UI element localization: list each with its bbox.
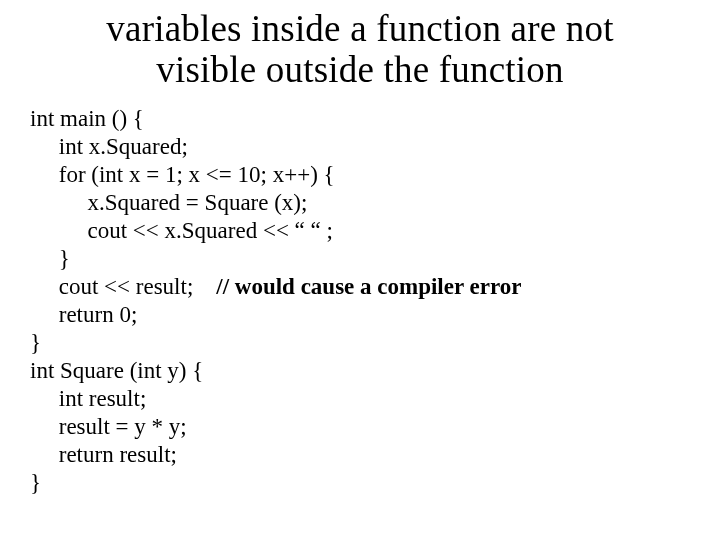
code-line: } — [30, 330, 41, 355]
code-line: cout << x.Squared << “ “ ; — [30, 218, 333, 243]
code-line: int x.Squared; — [30, 134, 188, 159]
code-comment: // would cause a compiler error — [216, 274, 521, 299]
code-line: } — [30, 470, 41, 495]
code-line: int Square (int y) { — [30, 358, 203, 383]
slide-title: variables inside a function are not visi… — [30, 8, 690, 91]
code-line: result = y * y; — [30, 414, 187, 439]
code-line: } — [30, 246, 70, 271]
code-line: return result; — [30, 442, 177, 467]
code-block: int main () { int x.Squared; for (int x … — [30, 105, 690, 498]
title-line-2: visible outside the function — [156, 49, 563, 90]
code-line: cout << result; — [30, 274, 216, 299]
code-line: int main () { — [30, 106, 144, 131]
code-line: return 0; — [30, 302, 137, 327]
code-line: for (int x = 1; x <= 10; x++) { — [30, 162, 335, 187]
title-line-1: variables inside a function are not — [106, 8, 613, 49]
code-line: int result; — [30, 386, 146, 411]
slide: variables inside a function are not visi… — [0, 0, 720, 540]
code-line: x.Squared = Square (x); — [30, 190, 307, 215]
